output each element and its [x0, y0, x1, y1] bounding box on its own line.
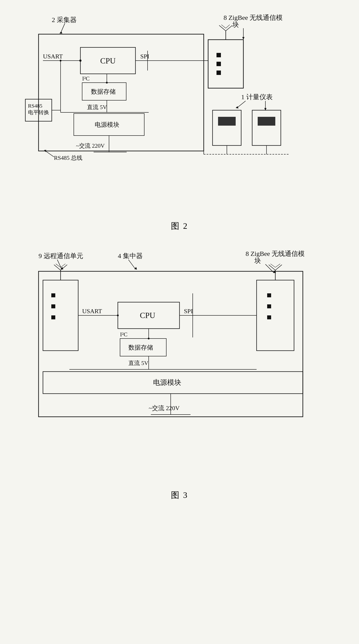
svg-line-58	[54, 265, 60, 270]
label-remote-d3: 9 远程通信单元	[38, 252, 83, 260]
svg-rect-28	[217, 70, 221, 75]
label-spi-d2: SPI	[140, 53, 149, 60]
svg-rect-25	[208, 40, 243, 88]
label-concentrator-d3: 4 集中器	[118, 252, 143, 260]
label-zigbee2b: 块	[232, 21, 239, 28]
label-rs485bus-d2: RS485 总线	[54, 155, 82, 161]
diagram3-section: 9 远程通信单元 4 集中器 8 ZigBee 无线通信模 块 USART CP…	[25, 249, 334, 501]
label-zigbee2: 8 ZigBee 无线通信模	[224, 14, 283, 21]
label-i2c-d2: I²C	[82, 76, 90, 82]
svg-rect-77	[267, 316, 271, 319]
svg-rect-4	[38, 34, 204, 151]
svg-point-70	[148, 338, 150, 340]
svg-line-31	[226, 25, 232, 31]
diagram2-section: 2 采集器 8 ZigBee 无线通信模 块 USART CPU SPI I²C…	[25, 13, 334, 232]
svg-point-20	[60, 60, 61, 62]
label-storage-d3: 数据存储	[128, 344, 153, 351]
svg-line-30	[219, 25, 226, 31]
svg-rect-75	[267, 293, 271, 297]
label-power-d2: 电源模块	[95, 121, 119, 128]
diagram3-title: 图 3	[25, 490, 334, 501]
label-dc5v-d2: 直流 5V	[87, 104, 107, 110]
label-spi-d3: SPI	[184, 308, 193, 314]
label-dc5v-d3: 直流 5V	[128, 360, 148, 366]
label-zigbee-d3b: 块	[254, 257, 261, 264]
svg-point-10	[79, 60, 81, 62]
svg-line-33	[226, 25, 230, 28]
svg-line-59	[60, 265, 67, 270]
svg-line-79	[269, 265, 275, 270]
label-ac220v-d2: ~交流 220V	[76, 142, 105, 149]
svg-rect-26	[217, 53, 221, 57]
label-cpu-d3: CPU	[140, 311, 155, 320]
svg-line-80	[275, 265, 282, 270]
svg-rect-76	[267, 304, 271, 308]
diagram2-title: 图 2	[25, 220, 334, 232]
svg-line-34	[237, 101, 246, 108]
label-meter-d2: 1 计量仪表	[241, 93, 273, 100]
label-rs485-d2: RS485	[28, 103, 42, 109]
label-zigbee-d3: 8 ZigBee 无线通信模	[246, 250, 305, 257]
svg-rect-55	[51, 304, 55, 308]
svg-rect-74	[257, 280, 294, 351]
svg-marker-35	[236, 106, 239, 108]
svg-marker-3	[242, 37, 245, 40]
svg-marker-1	[59, 31, 62, 34]
svg-rect-53	[43, 280, 78, 351]
svg-rect-56	[51, 316, 55, 319]
label-storage-d2: 数据存储	[91, 88, 116, 95]
svg-line-46	[57, 260, 62, 269]
label-rs485b-d2: 电平转换	[28, 110, 49, 115]
svg-rect-38	[213, 110, 241, 146]
svg-rect-39	[218, 117, 236, 126]
svg-line-23	[45, 151, 54, 157]
svg-point-64	[117, 314, 119, 316]
svg-rect-41	[258, 117, 275, 126]
label-i2c-d3: I²C	[120, 331, 127, 338]
svg-line-48	[128, 260, 135, 269]
svg-rect-40	[252, 110, 281, 146]
label-ac220v-d3: ~交流 220V	[149, 405, 179, 412]
label-usart-d3: USART	[82, 308, 102, 314]
label-power-d3: 电源模块	[153, 378, 181, 386]
label-usart-d2: USART	[43, 53, 63, 60]
label-cpu-d2: CPU	[100, 56, 116, 65]
svg-rect-27	[217, 62, 221, 66]
label-collector: 2 采集器	[52, 16, 77, 23]
svg-rect-54	[51, 293, 55, 297]
svg-point-13	[106, 82, 108, 84]
